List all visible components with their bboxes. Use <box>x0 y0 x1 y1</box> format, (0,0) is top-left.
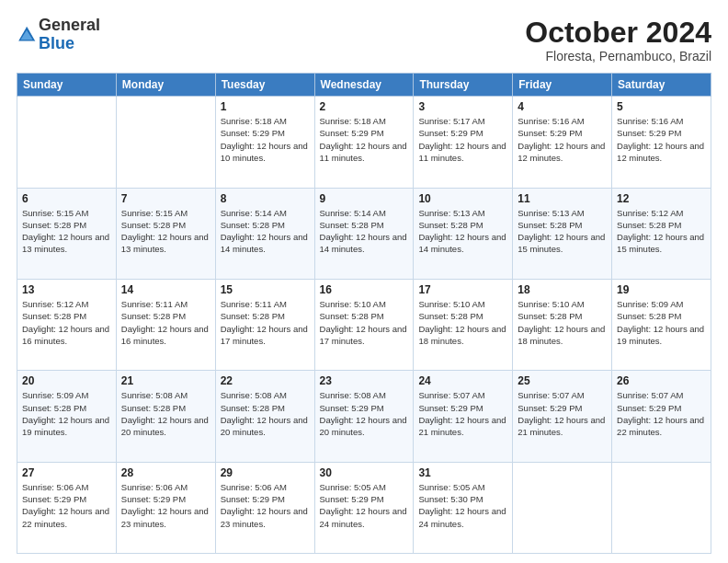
day-info: Sunrise: 5:06 AMSunset: 5:29 PMDaylight:… <box>221 481 310 530</box>
day-number: 26 <box>617 374 706 387</box>
day-number: 13 <box>22 283 111 296</box>
calendar-week-row: 27Sunrise: 5:06 AMSunset: 5:29 PMDayligh… <box>17 462 711 553</box>
day-info: Sunrise: 5:05 AMSunset: 5:29 PMDaylight:… <box>320 481 409 530</box>
calendar-cell: 25Sunrise: 5:07 AMSunset: 5:29 PMDayligh… <box>513 371 612 462</box>
calendar-cell <box>612 462 711 553</box>
calendar-cell: 11Sunrise: 5:13 AMSunset: 5:28 PMDayligh… <box>513 188 612 279</box>
day-number: 9 <box>320 192 409 205</box>
calendar-cell: 18Sunrise: 5:10 AMSunset: 5:28 PMDayligh… <box>513 279 612 370</box>
day-number: 2 <box>320 100 409 113</box>
day-info: Sunrise: 5:10 AMSunset: 5:28 PMDaylight:… <box>518 298 607 347</box>
calendar-cell: 30Sunrise: 5:05 AMSunset: 5:29 PMDayligh… <box>314 462 414 553</box>
calendar-cell <box>513 462 612 553</box>
calendar-table: SundayMondayTuesdayWednesdayThursdayFrid… <box>17 73 711 554</box>
calendar-header-row: SundayMondayTuesdayWednesdayThursdayFrid… <box>17 74 711 97</box>
day-info: Sunrise: 5:10 AMSunset: 5:28 PMDaylight:… <box>418 298 507 347</box>
day-number: 7 <box>121 192 210 205</box>
calendar-cell: 15Sunrise: 5:11 AMSunset: 5:28 PMDayligh… <box>215 279 314 370</box>
calendar-cell: 4Sunrise: 5:16 AMSunset: 5:29 PMDaylight… <box>513 97 612 188</box>
location-subtitle: Floresta, Pernambuco, Brazil <box>525 49 711 63</box>
day-info: Sunrise: 5:11 AMSunset: 5:28 PMDaylight:… <box>221 298 310 347</box>
calendar-cell: 14Sunrise: 5:11 AMSunset: 5:28 PMDayligh… <box>116 279 215 370</box>
day-number: 28 <box>121 466 210 479</box>
calendar-cell <box>116 97 215 188</box>
calendar-week-row: 1Sunrise: 5:18 AMSunset: 5:29 PMDaylight… <box>17 97 711 188</box>
day-number: 19 <box>617 283 706 296</box>
day-info: Sunrise: 5:16 AMSunset: 5:29 PMDaylight:… <box>617 115 706 164</box>
page: General Blue October 2024 Floresta, Pern… <box>0 0 728 563</box>
day-number: 10 <box>418 192 507 205</box>
day-info: Sunrise: 5:18 AMSunset: 5:29 PMDaylight:… <box>320 115 409 164</box>
day-header-saturday: Saturday <box>612 74 711 97</box>
day-number: 17 <box>418 283 507 296</box>
day-info: Sunrise: 5:08 AMSunset: 5:28 PMDaylight:… <box>121 389 210 438</box>
calendar-cell: 31Sunrise: 5:05 AMSunset: 5:30 PMDayligh… <box>414 462 513 553</box>
day-number: 22 <box>221 374 310 387</box>
calendar-cell: 28Sunrise: 5:06 AMSunset: 5:29 PMDayligh… <box>116 462 215 553</box>
calendar-cell: 1Sunrise: 5:18 AMSunset: 5:29 PMDaylight… <box>215 97 314 188</box>
day-info: Sunrise: 5:07 AMSunset: 5:29 PMDaylight:… <box>617 389 706 438</box>
day-info: Sunrise: 5:13 AMSunset: 5:28 PMDaylight:… <box>418 207 507 256</box>
day-header-thursday: Thursday <box>414 74 513 97</box>
calendar-cell: 17Sunrise: 5:10 AMSunset: 5:28 PMDayligh… <box>414 279 513 370</box>
day-info: Sunrise: 5:05 AMSunset: 5:30 PMDaylight:… <box>418 481 507 530</box>
calendar-cell: 7Sunrise: 5:15 AMSunset: 5:28 PMDaylight… <box>116 188 215 279</box>
calendar-cell: 9Sunrise: 5:14 AMSunset: 5:28 PMDaylight… <box>314 188 414 279</box>
calendar-cell: 8Sunrise: 5:14 AMSunset: 5:28 PMDaylight… <box>215 188 314 279</box>
title-area: October 2024 Floresta, Pernambuco, Brazi… <box>525 17 711 63</box>
day-header-wednesday: Wednesday <box>314 74 414 97</box>
day-info: Sunrise: 5:09 AMSunset: 5:28 PMDaylight:… <box>617 298 706 347</box>
calendar-cell: 20Sunrise: 5:09 AMSunset: 5:28 PMDayligh… <box>17 371 117 462</box>
calendar-cell: 29Sunrise: 5:06 AMSunset: 5:29 PMDayligh… <box>215 462 314 553</box>
calendar-cell: 6Sunrise: 5:15 AMSunset: 5:28 PMDaylight… <box>17 188 117 279</box>
calendar-cell: 3Sunrise: 5:17 AMSunset: 5:29 PMDaylight… <box>414 97 513 188</box>
day-header-friday: Friday <box>513 74 612 97</box>
header: General Blue October 2024 Floresta, Pern… <box>17 17 711 63</box>
calendar-cell: 24Sunrise: 5:07 AMSunset: 5:29 PMDayligh… <box>414 371 513 462</box>
day-number: 27 <box>22 466 111 479</box>
day-header-monday: Monday <box>116 74 215 97</box>
day-number: 3 <box>418 100 507 113</box>
logo-text: General Blue <box>39 17 100 53</box>
logo-blue-text: Blue <box>39 34 74 52</box>
day-info: Sunrise: 5:10 AMSunset: 5:28 PMDaylight:… <box>320 298 409 347</box>
calendar-week-row: 20Sunrise: 5:09 AMSunset: 5:28 PMDayligh… <box>17 371 711 462</box>
logo: General Blue <box>17 17 100 53</box>
calendar-cell: 22Sunrise: 5:08 AMSunset: 5:28 PMDayligh… <box>215 371 314 462</box>
day-info: Sunrise: 5:08 AMSunset: 5:28 PMDaylight:… <box>221 389 310 438</box>
day-info: Sunrise: 5:06 AMSunset: 5:29 PMDaylight:… <box>22 481 111 530</box>
calendar-week-row: 13Sunrise: 5:12 AMSunset: 5:28 PMDayligh… <box>17 279 711 370</box>
day-info: Sunrise: 5:12 AMSunset: 5:28 PMDaylight:… <box>617 207 706 256</box>
calendar-cell <box>17 97 117 188</box>
month-title: October 2024 <box>525 17 711 49</box>
calendar-cell: 13Sunrise: 5:12 AMSunset: 5:28 PMDayligh… <box>17 279 117 370</box>
day-number: 20 <box>22 374 111 387</box>
day-info: Sunrise: 5:12 AMSunset: 5:28 PMDaylight:… <box>22 298 111 347</box>
day-info: Sunrise: 5:11 AMSunset: 5:28 PMDaylight:… <box>121 298 210 347</box>
day-number: 31 <box>418 466 507 479</box>
calendar-cell: 2Sunrise: 5:18 AMSunset: 5:29 PMDaylight… <box>314 97 414 188</box>
calendar-cell: 16Sunrise: 5:10 AMSunset: 5:28 PMDayligh… <box>314 279 414 370</box>
day-info: Sunrise: 5:15 AMSunset: 5:28 PMDaylight:… <box>121 207 210 256</box>
day-info: Sunrise: 5:06 AMSunset: 5:29 PMDaylight:… <box>121 481 210 530</box>
day-number: 18 <box>518 283 607 296</box>
day-number: 21 <box>121 374 210 387</box>
day-number: 16 <box>320 283 409 296</box>
calendar-cell: 19Sunrise: 5:09 AMSunset: 5:28 PMDayligh… <box>612 279 711 370</box>
logo-icon <box>17 25 37 45</box>
calendar-cell: 27Sunrise: 5:06 AMSunset: 5:29 PMDayligh… <box>17 462 117 553</box>
day-info: Sunrise: 5:16 AMSunset: 5:29 PMDaylight:… <box>518 115 607 164</box>
day-number: 6 <box>22 192 111 205</box>
day-number: 11 <box>518 192 607 205</box>
day-number: 29 <box>221 466 310 479</box>
day-number: 12 <box>617 192 706 205</box>
calendar-cell: 21Sunrise: 5:08 AMSunset: 5:28 PMDayligh… <box>116 371 215 462</box>
day-number: 5 <box>617 100 706 113</box>
day-number: 14 <box>121 283 210 296</box>
day-header-sunday: Sunday <box>17 74 117 97</box>
day-info: Sunrise: 5:09 AMSunset: 5:28 PMDaylight:… <box>22 389 111 438</box>
calendar-cell: 26Sunrise: 5:07 AMSunset: 5:29 PMDayligh… <box>612 371 711 462</box>
calendar-cell: 5Sunrise: 5:16 AMSunset: 5:29 PMDaylight… <box>612 97 711 188</box>
day-info: Sunrise: 5:14 AMSunset: 5:28 PMDaylight:… <box>221 207 310 256</box>
day-header-tuesday: Tuesday <box>215 74 314 97</box>
